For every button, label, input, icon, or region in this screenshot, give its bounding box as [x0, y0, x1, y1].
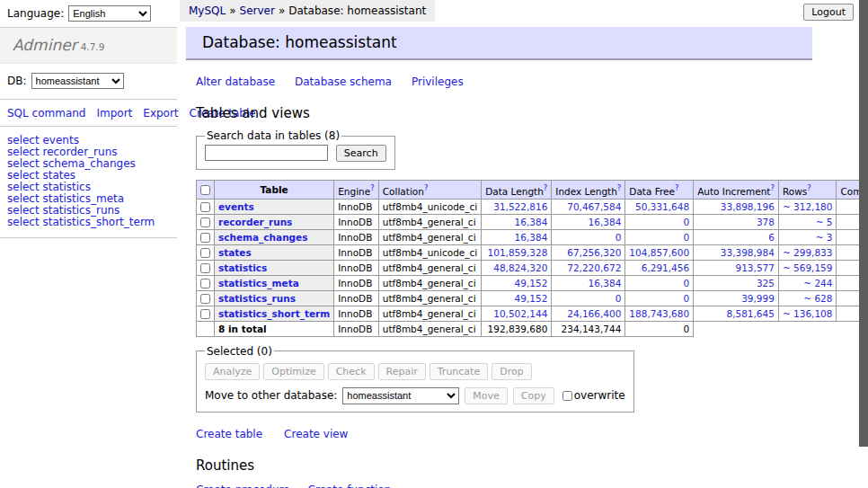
auto-increment-link[interactable]: 913,577 — [736, 262, 775, 273]
index-length-link[interactable]: 70,467,584 — [567, 201, 621, 212]
row-checkbox[interactable] — [200, 233, 210, 243]
index-length-link[interactable]: 16,384 — [589, 278, 622, 288]
data-length-link[interactable]: 101,859,328 — [488, 247, 548, 258]
analyze-button[interactable]: Analyze — [205, 363, 260, 380]
data-free-link[interactable]: 188,743,680 — [629, 308, 689, 319]
data-free-link[interactable]: 6,291,456 — [642, 262, 689, 273]
scrollbar-thumb[interactable] — [859, 0, 868, 447]
data-length-link[interactable]: 10,502,144 — [493, 308, 547, 319]
data-free-link[interactable]: 0 — [683, 217, 689, 227]
row-checkbox[interactable] — [200, 202, 210, 212]
data-length-link[interactable]: 16,384 — [515, 232, 548, 243]
table-link-events[interactable]: events — [218, 201, 254, 212]
language-select[interactable]: English — [68, 5, 151, 22]
database-links: Alter databaseDatabase schemaPrivileges — [196, 75, 812, 88]
routine-link-create-function[interactable]: Create function — [308, 484, 392, 488]
table-link-states[interactable]: states — [218, 247, 252, 258]
table-link-statistics-runs[interactable]: statistics_runs — [218, 293, 296, 304]
data-length-link[interactable]: 49,152 — [515, 293, 548, 304]
row-checkbox[interactable] — [200, 294, 210, 304]
create-link-create-table[interactable]: Create table — [196, 428, 262, 440]
index-length-link[interactable]: 67,256,320 — [567, 247, 621, 258]
database-link-database-schema[interactable]: Database schema — [295, 75, 392, 88]
search-button[interactable]: Search — [336, 145, 386, 162]
table-link-recorder-runs[interactable]: recorder_runs — [218, 217, 292, 227]
scrollbar-track[interactable] — [859, 0, 868, 488]
index-length-link[interactable]: 16,384 — [589, 217, 622, 227]
breadcrumb-link-server[interactable]: Server — [240, 4, 275, 17]
move-db-select[interactable]: homeassistant — [342, 387, 459, 404]
column-help-link[interactable]: ? — [424, 183, 429, 192]
search-input[interactable] — [205, 145, 328, 161]
auto-increment-link[interactable]: 39,999 — [741, 293, 775, 304]
data-length-link[interactable]: 16,384 — [515, 217, 548, 227]
data-free-link[interactable]: 50,331,648 — [635, 201, 689, 212]
index-length-link[interactable]: 0 — [616, 293, 622, 304]
auto-increment-link[interactable]: 33,398,984 — [721, 247, 775, 258]
data-length-link[interactable]: 48,824,320 — [493, 262, 547, 273]
rows-link[interactable]: ~ 3 — [816, 232, 833, 243]
row-checkbox[interactable] — [200, 263, 210, 273]
collation-cell: utf8mb4_general_ci — [378, 290, 481, 306]
data-free-link[interactable]: 104,857,600 — [629, 247, 689, 258]
rows-link[interactable]: ~ 299,833 — [783, 247, 833, 258]
table-link-statistics-short-term[interactable]: statistics_short_term — [218, 308, 330, 319]
column-help-link[interactable]: ? — [617, 183, 622, 192]
database-link-privileges[interactable]: Privileges — [412, 75, 464, 88]
repair-button[interactable]: Repair — [378, 363, 426, 380]
index-length-link[interactable]: 72,220,672 — [567, 262, 621, 273]
table-link-statistics[interactable]: statistics — [218, 262, 267, 273]
column-help-link[interactable]: ? — [544, 183, 548, 192]
drop-button[interactable]: Drop — [492, 363, 531, 380]
db-select[interactable]: homeassistant — [31, 73, 124, 89]
truncate-button[interactable]: Truncate — [430, 363, 488, 380]
db-selector-row: DB:homeassistant — [0, 64, 177, 100]
select-all-checkbox[interactable] — [200, 185, 210, 195]
data-free-link[interactable]: 0 — [683, 232, 689, 243]
column-help-link[interactable]: ? — [807, 183, 811, 192]
optimize-button[interactable]: Optimize — [263, 363, 323, 380]
rows-link[interactable]: ~ 569,159 — [783, 262, 833, 273]
index-length-link[interactable]: 0 — [616, 232, 622, 243]
data-length-link[interactable]: 49,152 — [515, 278, 548, 288]
breadcrumb-link-mysql[interactable]: MySQL — [189, 4, 226, 17]
auto-increment-link[interactable]: 325 — [757, 278, 775, 288]
check-button[interactable]: Check — [328, 363, 375, 380]
column-help-link[interactable]: ? — [675, 183, 679, 192]
auto-increment-link[interactable]: 8,581,645 — [726, 308, 774, 319]
copy-button[interactable]: Copy — [513, 387, 554, 404]
data-free-cell: 188,743,680 — [625, 306, 694, 321]
auto-increment-link[interactable]: 378 — [757, 217, 775, 227]
sidebar-action-import[interactable]: Import — [96, 107, 132, 120]
create-link-create-view[interactable]: Create view — [284, 428, 348, 440]
rows-link[interactable]: ~ 628 — [803, 293, 832, 304]
routine-link-create-procedure[interactable]: Create procedure — [196, 484, 290, 488]
sidebar-link-select-statistics-short-term[interactable]: select statistics_short_term — [7, 217, 170, 228]
rows-link[interactable]: ~ 136,108 — [783, 308, 833, 319]
rows-link[interactable]: ~ 5 — [816, 217, 833, 227]
sidebar-action-export[interactable]: Export — [143, 107, 178, 120]
row-checkbox[interactable] — [200, 309, 210, 319]
rows-link[interactable]: ~ 244 — [803, 278, 832, 288]
search-fieldset: Search data in tables (8) Search — [196, 129, 395, 170]
data-free-link[interactable]: 0 — [683, 278, 689, 288]
table-link-schema-changes[interactable]: schema_changes — [218, 232, 308, 243]
total-data-length-cell: 192,839,680 — [482, 321, 552, 336]
overwrite-checkbox[interactable] — [562, 391, 572, 401]
move-button[interactable]: Move — [465, 387, 508, 404]
data-free-link[interactable]: 0 — [683, 293, 689, 304]
table-link-statistics-meta[interactable]: statistics_meta — [218, 278, 299, 288]
row-checkbox[interactable] — [200, 217, 210, 227]
data-length-link[interactable]: 31,522,816 — [493, 201, 547, 212]
database-link-alter-database[interactable]: Alter database — [196, 75, 275, 88]
logout-button[interactable]: Logout — [803, 4, 854, 21]
auto-increment-link[interactable]: 33,898,196 — [721, 201, 775, 212]
row-checkbox[interactable] — [200, 248, 210, 258]
index-length-link[interactable]: 24,166,400 — [567, 308, 621, 319]
column-help-link[interactable]: ? — [370, 183, 375, 192]
row-checkbox[interactable] — [200, 279, 210, 288]
column-help-link[interactable]: ? — [770, 183, 775, 192]
rows-link[interactable]: ~ 312,180 — [783, 201, 833, 212]
auto-increment-link[interactable]: 6 — [768, 232, 775, 243]
sidebar-action-sql-command[interactable]: SQL command — [7, 107, 85, 120]
